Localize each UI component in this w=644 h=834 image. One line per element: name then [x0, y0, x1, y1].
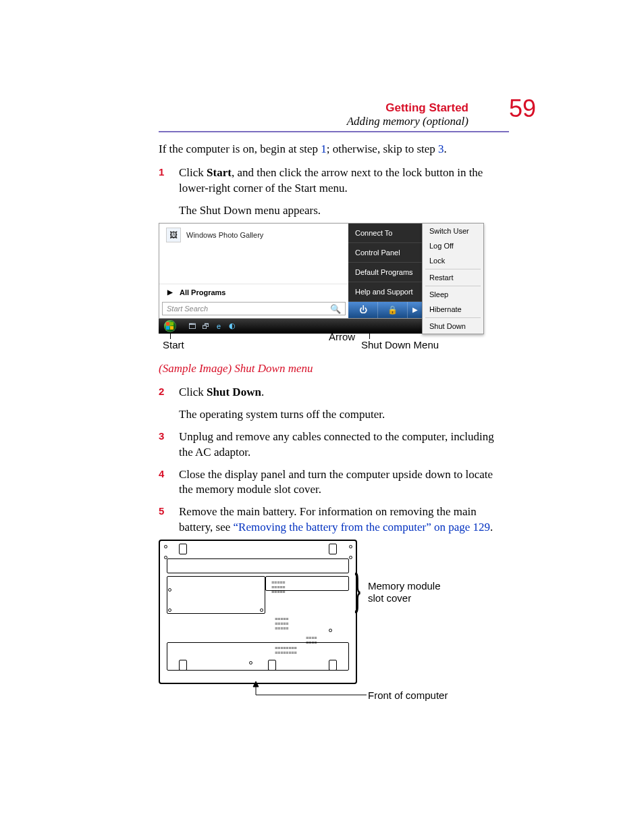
- menu-separator: [425, 269, 481, 269]
- svg-rect-2: [166, 326, 169, 330]
- vent-hatch: ≡≡≡≡ ≡≡≡≡: [306, 635, 317, 645]
- laptop-bottom-outline: ≡≡≡≡≡ ≡≡≡≡≡ ≡≡≡≡≡ ≡≡≡≡≡ ≡≡≡≡≡ ≡≡≡≡≡ ≡≡≡≡…: [159, 540, 357, 684]
- battery-door-outline: [167, 558, 349, 573]
- shutdown-arrow-button[interactable]: ▶: [407, 302, 423, 318]
- windows-logo-icon: [164, 320, 176, 332]
- start-button[interactable]: [159, 319, 182, 334]
- step-ref-3[interactable]: 3: [438, 142, 444, 155]
- start-menu: 🖼 Windows Photo Gallery ▶ All Programs S…: [159, 223, 423, 319]
- intro-pre: If the computer is on, begin at step: [159, 142, 321, 155]
- menu-separator: [425, 286, 481, 286]
- step-content: Close the display panel and turn the com…: [179, 467, 509, 498]
- intro-paragraph: If the computer is on, begin at step 1; …: [159, 142, 509, 157]
- intro-post: .: [444, 142, 447, 155]
- step-number: 2: [159, 385, 179, 423]
- menu-switch-user[interactable]: Switch User: [423, 224, 483, 238]
- screw-icon: [349, 556, 352, 559]
- program-item-photo-gallery[interactable]: 🖼 Windows Photo Gallery: [159, 224, 348, 246]
- screw-icon: [329, 629, 332, 632]
- step-3: 3 Unplug and remove any cables connected…: [159, 429, 509, 461]
- link-connect-to[interactable]: Connect To: [348, 224, 423, 243]
- screw-icon: [164, 545, 167, 548]
- all-programs-label: All Programs: [180, 288, 225, 296]
- menu-lock[interactable]: Lock: [423, 253, 483, 268]
- vent-hatch: ≡≡≡≡≡ ≡≡≡≡≡ ≡≡≡≡≡: [275, 617, 288, 631]
- menu-log-off[interactable]: Log Off: [423, 238, 483, 253]
- step-number: 3: [159, 429, 179, 461]
- step-content: Click Start, and then click the arrow ne…: [179, 165, 509, 219]
- quick-launch: 🗔 🗗 e ◐: [182, 321, 237, 331]
- menu-sleep[interactable]: Sleep: [423, 287, 483, 302]
- svg-rect-3: [170, 326, 173, 330]
- step-2-bold: Shut Down: [207, 386, 261, 398]
- show-desktop-icon[interactable]: 🗔: [187, 321, 196, 331]
- link-control-panel[interactable]: Control Panel: [348, 243, 423, 263]
- start-search-box[interactable]: Start Search 🔍: [162, 302, 346, 315]
- latch-icon: [268, 660, 276, 671]
- power-button[interactable]: ⏻: [348, 302, 377, 318]
- panel-outline: [167, 642, 349, 671]
- label-memory-slot-cover: Memory module slot cover: [368, 580, 449, 604]
- all-programs[interactable]: ▶ All Programs: [159, 284, 348, 301]
- step-2-pre: Click: [179, 386, 207, 398]
- latch-icon: [329, 544, 337, 554]
- media-icon[interactable]: ◐: [227, 321, 237, 331]
- search-icon: 🔍: [326, 303, 345, 314]
- chapter-title: Getting Started: [159, 101, 468, 115]
- section-title: Adding memory (optional): [159, 115, 468, 128]
- step-1: 1 Click Start, and then click the arrow …: [159, 165, 509, 219]
- step-number: 5: [159, 504, 179, 536]
- step-content: Remove the main battery. For information…: [179, 504, 509, 536]
- switch-windows-icon[interactable]: 🗗: [200, 321, 210, 331]
- intro-mid: ; otherwise, skip to step: [327, 142, 438, 155]
- chevron-right-icon: ▶: [167, 288, 173, 296]
- chevron-right-icon: ▶: [412, 306, 418, 313]
- step-1-bold: Start: [207, 166, 232, 179]
- step-2-result: The operating system turns off the compu…: [179, 407, 509, 423]
- step-5: 5 Remove the main battery. For informati…: [159, 504, 509, 536]
- start-menu-right-pane: Connect To Control Panel Default Program…: [348, 224, 423, 318]
- label-front-of-computer: Front of computer: [368, 689, 448, 702]
- manual-page: Getting Started Adding memory (optional)…: [0, 0, 644, 834]
- callout-label-start: Start: [163, 339, 184, 350]
- page-header: Getting Started Adding memory (optional)…: [159, 101, 509, 132]
- figure-1-caption: (Sample Image) Shut Down menu: [159, 362, 509, 375]
- search-placeholder: Start Search: [163, 303, 326, 315]
- callout-label-shutdown-menu: Shut Down Menu: [361, 339, 439, 350]
- screw-icon: [349, 545, 352, 548]
- browser-icon[interactable]: e: [214, 321, 223, 331]
- step-2-post: .: [261, 386, 264, 398]
- vent-hatch: ≡≡≡≡≡≡≡≡ ≡≡≡≡≡≡≡≡: [275, 646, 297, 655]
- latch-icon: [329, 660, 337, 671]
- step-1-pre: Click: [179, 166, 207, 179]
- start-menu-spacer: [159, 246, 348, 284]
- step-1-result: The Shut Down menu appears.: [179, 203, 509, 219]
- link-help-support[interactable]: Help and Support: [348, 282, 423, 302]
- menu-restart[interactable]: Restart: [423, 270, 483, 285]
- link-default-programs[interactable]: Default Programs: [348, 263, 423, 282]
- svg-marker-6: [253, 681, 259, 687]
- step-4: 4 Close the display panel and turn the c…: [159, 467, 509, 498]
- page-number: 59: [509, 95, 536, 123]
- lock-icon: 🔒: [387, 305, 398, 315]
- svg-rect-0: [166, 322, 169, 325]
- figure-shutdown-menu: 🖼 Windows Photo Gallery ▶ All Programs S…: [159, 223, 442, 358]
- cross-reference-link[interactable]: “Removing the battery from the computer”…: [234, 521, 491, 533]
- menu-hibernate[interactable]: Hibernate: [423, 302, 483, 317]
- front-arrow-icon: [252, 681, 373, 699]
- figure-laptop-bottom: ≡≡≡≡≡ ≡≡≡≡≡ ≡≡≡≡≡ ≡≡≡≡≡ ≡≡≡≡≡ ≡≡≡≡≡ ≡≡≡≡…: [159, 540, 442, 834]
- memory-slot-cover: [167, 576, 265, 614]
- step-number: 1: [159, 165, 179, 219]
- brace-icon: }: [354, 568, 360, 611]
- taskbar: 🗔 🗗 e ◐: [159, 319, 422, 334]
- lock-button[interactable]: 🔒: [377, 302, 407, 318]
- shutdown-popout-menu: Switch User Log Off Lock Restart Sleep H…: [422, 223, 484, 334]
- menu-separator: [425, 317, 481, 318]
- step-2: 2 Click Shut Down. The operating system …: [159, 385, 509, 423]
- menu-shut-down[interactable]: Shut Down: [423, 319, 483, 334]
- photo-gallery-icon: 🖼: [166, 228, 181, 242]
- power-buttons-row: ⏻ 🔒 ▶: [348, 302, 423, 318]
- step-ref-1[interactable]: 1: [321, 142, 327, 155]
- step-content: Click Shut Down. The operating system tu…: [179, 385, 509, 423]
- start-menu-left-pane: 🖼 Windows Photo Gallery ▶ All Programs S…: [159, 224, 348, 318]
